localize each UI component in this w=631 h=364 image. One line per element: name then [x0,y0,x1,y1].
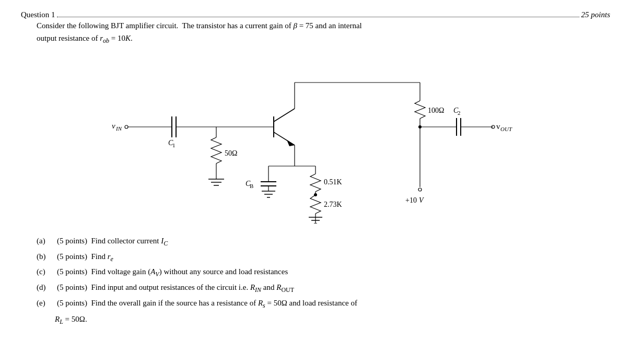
vout-sub: OUT [500,126,512,132]
question-b: (b) (5 points) Find re [37,250,610,265]
q-e-rl: RL [55,315,63,323]
question-a: (a) (5 points) Find collector current IC [37,234,610,250]
points-label: 25 points [581,10,610,19]
q-c-label: (c) [37,265,55,279]
r051k-label: 0.51K [324,178,342,186]
bjt-collector [274,109,295,122]
questions-list: (a) (5 points) Find collector current IC… [37,234,610,328]
q-d-text: (5 points) Find input and output resista… [57,280,294,296]
question-e-container: (e) (5 points) Find the overall gain if … [37,296,610,328]
vin-sub: IN [115,125,122,132]
question-c: (c) (5 points) Find voltage gain (AV) wi… [37,265,610,280]
vin-terminal [125,125,128,128]
vin-label: v [112,122,115,130]
q-e-text: (5 points) Find the overall gain if the … [57,296,357,312]
circuit-svg: v IN C 1 50Ω [80,51,551,224]
r50-label: 50Ω [225,149,237,157]
q-a-label: (a) [37,234,55,248]
question-label: Question 1 [21,10,55,19]
question-d: (d) (5 points) Find input and output res… [37,280,610,296]
v10v-right-v: V [419,196,424,204]
desc-line2: output resistance of rob = 10K. [37,32,610,46]
q-d-label: (d) [37,280,55,295]
dots-separator [57,11,579,17]
c2-sub: 2 [458,110,461,116]
r50-body [211,137,221,163]
q-b-text: (5 points) Find re [57,250,113,265]
bjt-arrow [287,140,295,146]
r100-body [415,101,425,119]
r273k-label: 2.73K [324,201,342,208]
q-c-text: (5 points) Find voltage gain (AV) withou… [57,265,288,280]
desc-line1: Consider the following BJT amplifier cir… [37,19,610,32]
r100-label: 100Ω [428,107,444,114]
r051k-body [310,174,321,192]
q-a-text: (5 points) Find collector current IC [57,234,168,250]
question-header: Question 1 25 points [21,10,610,19]
question-e-line2: RL = 50Ω. [55,311,610,328]
r273k-body [310,195,321,214]
q-e-label: (e) [37,296,55,310]
v10v-right-terminal [418,188,422,191]
q-b-label: (b) [37,250,55,264]
question-e: (e) (5 points) Find the overall gain if … [37,296,610,312]
v10v-right-label: +10 [405,196,417,204]
circuit-diagram: v IN C 1 50Ω [80,51,551,224]
c1-sub: 1 [172,142,176,148]
cb-sub: B [250,183,253,189]
vout-label: v [496,122,500,131]
q-e-rl-val: = 50Ω. [63,315,87,323]
description: Consider the following BJT amplifier cir… [37,19,610,46]
